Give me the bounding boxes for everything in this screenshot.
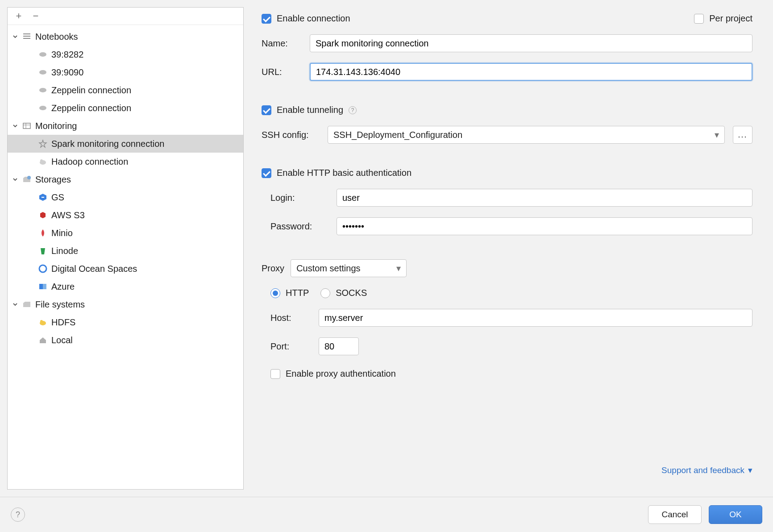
tree-group-filesystems[interactable]: File systems bbox=[8, 295, 243, 313]
port-label: Port: bbox=[270, 341, 311, 352]
storages-icon bbox=[22, 175, 32, 184]
enable-http-auth-input[interactable] bbox=[262, 168, 271, 178]
svg-point-18 bbox=[40, 320, 43, 323]
password-label: Password: bbox=[270, 221, 328, 232]
connection-tree[interactable]: Notebooks 39:8282 39:9090 Zeppelin conne… bbox=[8, 25, 243, 489]
tree-item[interactable]: Digital Ocean Spaces bbox=[8, 260, 243, 278]
hdfs-icon bbox=[38, 317, 48, 327]
tree-item[interactable]: 39:8282 bbox=[8, 46, 243, 63]
gs-icon bbox=[38, 192, 48, 202]
support-feedback-link[interactable]: Support and feedback ▾ bbox=[661, 465, 752, 475]
ssh-config-browse-button[interactable]: ... bbox=[733, 126, 752, 144]
tree-group-storages[interactable]: Storages bbox=[8, 170, 243, 188]
enable-connection-input[interactable] bbox=[262, 14, 271, 24]
tree-item[interactable]: Hadoop connection bbox=[8, 153, 243, 170]
password-field[interactable] bbox=[337, 217, 752, 235]
svg-point-4 bbox=[39, 70, 46, 75]
cancel-button[interactable]: Cancel bbox=[648, 505, 702, 524]
proxy-select[interactable]: Custom settings ▾ bbox=[291, 259, 407, 277]
folder-icon bbox=[22, 299, 32, 309]
tree-group-notebooks[interactable]: Notebooks bbox=[8, 28, 243, 46]
enable-tunneling-label: Enable tunneling bbox=[277, 105, 343, 115]
tree-item[interactable]: HDFS bbox=[8, 313, 243, 331]
tree-group-monitoring[interactable]: Monitoring bbox=[8, 117, 243, 135]
host-label: Host: bbox=[270, 313, 311, 323]
tree-item[interactable]: Minio bbox=[8, 224, 243, 242]
tree-item-spark-monitoring[interactable]: Spark monitoring connection bbox=[8, 135, 243, 153]
enable-proxy-auth-label: Enable proxy authentication bbox=[286, 369, 396, 379]
dialog-footer: ? Cancel OK bbox=[0, 497, 773, 532]
tree-item[interactable]: Zeppelin connection bbox=[8, 81, 243, 99]
tree-label: Digital Ocean Spaces bbox=[51, 264, 137, 274]
name-field[interactable] bbox=[310, 34, 752, 52]
tree-item[interactable]: Zeppelin connection bbox=[8, 99, 243, 117]
url-field[interactable] bbox=[310, 63, 752, 81]
enable-tunneling-checkbox[interactable]: Enable tunneling ? bbox=[262, 105, 752, 115]
chevron-down-icon: ▾ bbox=[396, 263, 401, 274]
ok-button[interactable]: OK bbox=[709, 505, 762, 524]
help-button[interactable]: ? bbox=[11, 507, 25, 522]
help-icon[interactable]: ? bbox=[349, 106, 357, 114]
enable-http-auth-label: Enable HTTP basic authentication bbox=[277, 168, 411, 178]
enable-proxy-auth-input[interactable] bbox=[270, 369, 280, 379]
enable-tunneling-input[interactable] bbox=[262, 105, 271, 115]
zeppelin-icon bbox=[38, 67, 48, 77]
svg-rect-7 bbox=[23, 123, 30, 129]
tree-item[interactable]: AWS S3 bbox=[8, 206, 243, 224]
svg-point-5 bbox=[39, 88, 46, 92]
svg-rect-16 bbox=[43, 284, 46, 289]
proxy-socks-label: SOCKS bbox=[336, 288, 367, 298]
chevron-down-icon bbox=[12, 123, 18, 129]
minio-icon bbox=[38, 228, 48, 238]
proxy-http-label: HTTP bbox=[286, 288, 309, 298]
tree-label: File systems bbox=[35, 299, 85, 310]
port-field[interactable] bbox=[319, 337, 359, 355]
svg-rect-2 bbox=[23, 38, 30, 39]
tree-label: Spark monitoring connection bbox=[51, 139, 164, 149]
host-field[interactable] bbox=[319, 309, 752, 327]
tree-label: Minio bbox=[51, 228, 73, 238]
digital-ocean-icon bbox=[38, 264, 48, 274]
name-label: Name: bbox=[262, 38, 302, 49]
notebooks-icon bbox=[22, 32, 32, 42]
remove-button[interactable]: − bbox=[31, 11, 41, 21]
spark-icon bbox=[38, 139, 48, 149]
azure-icon bbox=[38, 282, 48, 291]
sidebar: + − Notebooks 39:8282 39:909 bbox=[7, 7, 244, 490]
enable-http-auth-checkbox[interactable]: Enable HTTP basic authentication bbox=[262, 168, 752, 178]
login-field[interactable] bbox=[337, 189, 752, 207]
tree-item[interactable]: GS bbox=[8, 188, 243, 206]
linode-icon bbox=[38, 246, 48, 256]
tree-label: Monitoring bbox=[35, 121, 77, 131]
chevron-down-icon bbox=[12, 33, 18, 40]
enable-proxy-auth-checkbox[interactable]: Enable proxy authentication bbox=[270, 369, 752, 379]
add-button[interactable]: + bbox=[14, 11, 24, 21]
zeppelin-icon bbox=[38, 50, 48, 59]
proxy-value: Custom settings bbox=[296, 263, 360, 274]
tree-label: Local bbox=[51, 335, 73, 345]
enable-connection-checkbox[interactable]: Enable connection bbox=[262, 13, 350, 24]
tree-item[interactable]: Azure bbox=[8, 278, 243, 295]
svg-point-12 bbox=[27, 176, 31, 179]
tree-label: Zeppelin connection bbox=[51, 85, 131, 96]
ssh-config-select[interactable]: SSH_Deployment_Configuration ▾ bbox=[328, 126, 725, 144]
proxy-http-radio[interactable] bbox=[270, 288, 280, 298]
form-panel: Enable connection Per project Name: URL:… bbox=[244, 7, 766, 490]
per-project-checkbox[interactable]: Per project bbox=[694, 13, 752, 24]
aws-s3-icon bbox=[38, 210, 48, 220]
proxy-label: Proxy bbox=[262, 263, 284, 274]
tree-item[interactable]: Linode bbox=[8, 242, 243, 260]
per-project-input[interactable] bbox=[694, 14, 704, 24]
url-label: URL: bbox=[262, 67, 302, 77]
sidebar-toolbar: + − bbox=[8, 8, 243, 25]
tree-label: GS bbox=[51, 192, 64, 203]
tree-label: Azure bbox=[51, 282, 75, 292]
svg-rect-0 bbox=[23, 33, 30, 34]
tree-item[interactable]: Local bbox=[8, 331, 243, 349]
local-icon bbox=[38, 335, 48, 345]
proxy-socks-radio[interactable] bbox=[320, 288, 330, 298]
svg-rect-1 bbox=[23, 36, 30, 37]
tree-label: AWS S3 bbox=[51, 210, 85, 220]
tree-item[interactable]: 39:9090 bbox=[8, 63, 243, 81]
svg-point-3 bbox=[39, 52, 46, 57]
